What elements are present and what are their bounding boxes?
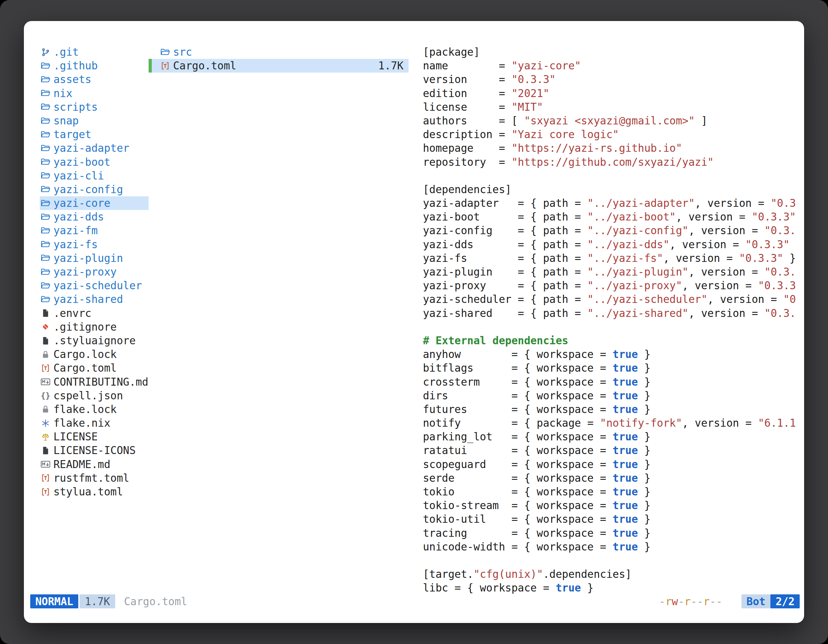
preview-line: libc = { workspace = true }	[423, 581, 804, 594]
preview-line	[423, 169, 804, 183]
folder-icon	[40, 198, 51, 208]
folder-icon	[40, 143, 51, 154]
file-name: .envrc	[53, 306, 91, 320]
file-size: 1.7K	[378, 59, 403, 72]
preview-line: yazi-shared = { path = "../yazi-shared",…	[423, 306, 804, 320]
parent-row-yazi-core[interactable]: yazi-core	[40, 196, 149, 210]
preview-line: serde = { workspace = true }	[423, 471, 804, 485]
parent-row-yazi-shared[interactable]: yazi-shared	[40, 292, 149, 306]
file-name: rustfmt.toml	[53, 471, 129, 485]
parent-row-LICENSE-ICONS[interactable]: LICENSE-ICONS	[40, 443, 149, 457]
parent-row-yazi-fs[interactable]: yazi-fs	[40, 238, 149, 251]
json-icon: {}	[40, 389, 51, 403]
parent-row-.git[interactable]: .git	[40, 45, 149, 59]
preview-line: # External dependencies	[423, 334, 804, 348]
parent-row-yazi-fm[interactable]: yazi-fm	[40, 224, 149, 237]
markdown-icon	[40, 459, 51, 469]
file-icon	[40, 446, 51, 455]
parent-row-yazi-proxy[interactable]: yazi-proxy	[40, 265, 149, 279]
parent-row-Cargo.toml[interactable]: Cargo.toml	[40, 361, 149, 375]
parent-row-LICENSE[interactable]: LICENSE	[40, 430, 149, 443]
file-name: yazi-core	[53, 196, 110, 210]
preview-line: license = "MIT"	[423, 100, 804, 114]
parent-row-cspell.json[interactable]: {}cspell.json	[40, 389, 149, 403]
file-name: .styluaignore	[53, 334, 136, 348]
parent-row-rustfmt.toml[interactable]: rustfmt.toml	[40, 471, 149, 485]
parent-row-yazi-adapter[interactable]: yazi-adapter	[40, 141, 149, 155]
preview-line: futures = { workspace = true }	[423, 403, 804, 416]
preview-line	[423, 320, 804, 334]
preview-line: anyhow = { workspace = true }	[423, 348, 804, 361]
file-icon	[40, 309, 51, 318]
parent-row-scripts[interactable]: scripts	[40, 100, 149, 114]
parent-row-Cargo.lock[interactable]: Cargo.lock	[40, 348, 149, 361]
panes-container: .git.githubassetsnixscriptssnaptargetyaz…	[24, 21, 804, 594]
file-preview-pane: [package]name = "yazi-core"version = "0.…	[409, 45, 804, 594]
file-name: .github	[53, 59, 98, 72]
parent-row-assets[interactable]: assets	[40, 72, 149, 86]
folder-icon	[40, 226, 51, 236]
toml-icon	[40, 487, 51, 497]
preview-line: yazi-config = { path = "../yazi-config",…	[423, 224, 804, 237]
file-name: LICENSE	[53, 430, 98, 443]
file-name: flake.nix	[53, 416, 110, 430]
parent-row-flake.lock[interactable]: flake.lock	[40, 403, 149, 416]
parent-row-flake.nix[interactable]: flake.nix	[40, 416, 149, 430]
folder-icon	[40, 171, 51, 181]
file-icon	[40, 336, 51, 345]
parent-row-.envrc[interactable]: .envrc	[40, 306, 149, 320]
preview-line	[423, 554, 804, 567]
preview-line: [package]	[423, 45, 804, 59]
current-directory-pane: srcCargo.toml1.7K	[149, 45, 409, 594]
file-size-indicator: 1.7K	[80, 594, 115, 608]
preview-line: bitflags = { workspace = true }	[423, 361, 804, 375]
preview-line: yazi-fs = { path = "../yazi-fs", version…	[423, 251, 804, 265]
folder-icon	[40, 239, 51, 249]
desktop-background: .git.githubassetsnixscriptssnaptargetyaz…	[0, 0, 828, 644]
file-name: scripts	[53, 100, 98, 114]
folder-icon	[40, 267, 51, 277]
file-name: yazi-adapter	[53, 141, 129, 155]
file-name: nix	[53, 86, 72, 100]
status-filename: Cargo.toml	[124, 595, 187, 608]
parent-row-README.md[interactable]: README.md	[40, 458, 149, 471]
parent-row-yazi-plugin[interactable]: yazi-plugin	[40, 251, 149, 265]
file-name: Cargo.toml	[173, 59, 237, 72]
lock-icon	[40, 405, 51, 414]
folder-icon	[40, 61, 51, 71]
file-name: Cargo.lock	[53, 348, 117, 361]
parent-row-.gitignore[interactable]: .gitignore	[40, 320, 149, 334]
folder-icon	[40, 253, 51, 263]
parent-row-.github[interactable]: .github	[40, 59, 149, 72]
parent-row-CONTRIBUTING.md[interactable]: CONTRIBUTING.md	[40, 375, 149, 389]
parent-row-nix[interactable]: nix	[40, 86, 149, 100]
file-name: .git	[53, 45, 78, 59]
preview-line: edition = "2021"	[423, 86, 804, 100]
parent-row-yazi-boot[interactable]: yazi-boot	[40, 155, 149, 169]
parent-row-snap[interactable]: snap	[40, 114, 149, 128]
current-row-src[interactable]: src	[149, 45, 409, 59]
parent-directory-pane: .git.githubassetsnixscriptssnaptargetyaz…	[40, 45, 149, 594]
parent-row-yazi-scheduler[interactable]: yazi-scheduler	[40, 279, 149, 292]
preview-line: crossterm = { workspace = true }	[423, 375, 804, 389]
file-name: yazi-scheduler	[53, 279, 142, 292]
file-name: CONTRIBUTING.md	[53, 375, 148, 389]
parent-row-.styluaignore[interactable]: .styluaignore	[40, 334, 149, 348]
parent-row-target[interactable]: target	[40, 128, 149, 141]
nix-icon	[40, 418, 51, 428]
preview-line: [dependencies]	[423, 183, 804, 196]
folder-icon	[40, 184, 51, 194]
preview-line: repository = "https://github.com/sxyazi/…	[423, 155, 804, 169]
git-icon	[40, 47, 51, 57]
preview-line: yazi-scheduler = { path = "../yazi-sched…	[423, 292, 804, 306]
file-name: yazi-config	[53, 183, 123, 196]
preview-line: version = "0.3.3"	[423, 72, 804, 86]
current-row-Cargo.toml[interactable]: Cargo.toml1.7K	[149, 59, 409, 72]
parent-row-yazi-config[interactable]: yazi-config	[40, 183, 149, 196]
parent-row-yazi-dds[interactable]: yazi-dds	[40, 210, 149, 224]
file-name: assets	[53, 72, 91, 86]
parent-row-yazi-cli[interactable]: yazi-cli	[40, 169, 149, 183]
parent-row-stylua.toml[interactable]: stylua.toml	[40, 485, 149, 498]
file-name: yazi-fm	[53, 224, 98, 237]
preview-line: name = "yazi-core"	[423, 59, 804, 72]
